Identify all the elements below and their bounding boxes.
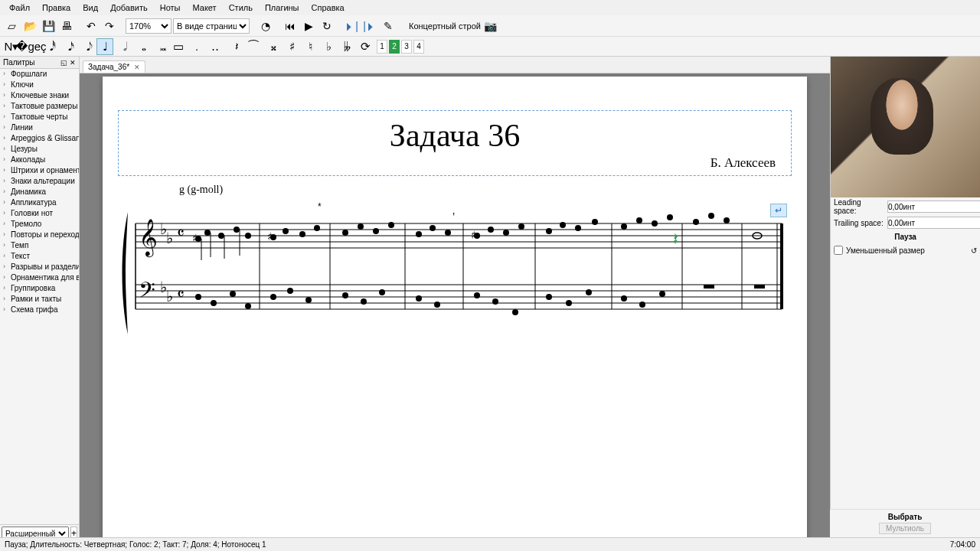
svg-point-80 (434, 302, 440, 308)
menu-notes[interactable]: Ноты (154, 2, 187, 14)
loop-end-icon[interactable]: |⏵ (361, 18, 378, 34)
palette-item[interactable]: Знаки альтерации (0, 176, 79, 187)
score-viewport[interactable]: Задача 36 Б. Алексеев g (g-moll) (80, 73, 830, 542)
palette-item[interactable]: Линии (0, 122, 79, 133)
key-text[interactable]: g (g-moll) (179, 184, 792, 196)
close-tab-icon[interactable]: ✕ (134, 64, 140, 71)
title-frame[interactable]: Задача 36 Б. Алексеев (118, 110, 792, 176)
rewind-icon[interactable]: ⏮ (282, 18, 299, 34)
trailing-space-input[interactable] (887, 217, 980, 229)
svg-point-72 (245, 303, 251, 309)
palette-item[interactable]: Повторы и переходы (0, 230, 79, 240)
inspector-section-title: Пауза (831, 230, 980, 244)
palette-item[interactable]: Динамика (0, 187, 79, 197)
concert-pitch-label[interactable]: Концертный строй (409, 21, 481, 31)
tab-score[interactable]: Задача_36* ✕ (83, 60, 145, 73)
palette-item[interactable]: Тактовые размеры (0, 101, 79, 112)
score-title[interactable]: Задача 36 (134, 117, 776, 154)
sharp-icon[interactable]: ♯ (283, 38, 300, 55)
view-mode-select[interactable]: В виде страниц (173, 18, 250, 34)
palette-item[interactable]: Рамки и такты (0, 294, 79, 305)
undo-icon[interactable]: ↶ (83, 18, 100, 34)
duration-quarter-icon[interactable]: ♩ (96, 38, 113, 55)
palette-item[interactable]: Цезуры (0, 144, 79, 155)
palette-item[interactable]: Орнаментика для волынки (0, 272, 79, 283)
zoom-select[interactable]: 170% (126, 18, 172, 34)
reset-small-button[interactable]: ↺ (971, 246, 977, 255)
double-sharp-icon[interactable]: 𝄪 (265, 38, 282, 55)
svg-point-30 (204, 230, 211, 236)
voice-2-button[interactable]: 2 (389, 40, 400, 54)
leading-space-input[interactable] (887, 201, 980, 213)
svg-point-54 (636, 217, 642, 223)
palette-item[interactable]: Штрихи и орнаментика (0, 165, 79, 176)
redo-icon[interactable]: ↷ (101, 18, 118, 34)
close-panel-icon[interactable]: ✕ (70, 59, 76, 67)
duration-8th-icon[interactable]: 𝅘𝅥𝅮 (78, 38, 95, 55)
loop-start-icon[interactable]: ⏵| (343, 18, 360, 34)
palette-item[interactable]: Схема грифа (0, 305, 79, 315)
menu-add[interactable]: Добавить (104, 2, 154, 14)
menu-style[interactable]: Стиль (223, 2, 259, 14)
palette-item[interactable]: Группировка (0, 283, 79, 294)
svg-point-77 (361, 298, 367, 305)
note-input-icon[interactable]: ✎ (380, 18, 397, 34)
svg-point-41 (388, 222, 394, 228)
double-dot-icon[interactable]: ‥ (207, 38, 224, 55)
duration-64th-icon[interactable]: �geç (23, 38, 40, 55)
grand-staff[interactable]: 𝄞 𝄢 ♭ ♭ ♭ ♭ 𝄴 𝄴 (122, 201, 788, 338)
palette-item[interactable]: Ключи (0, 80, 79, 90)
svg-text:♭: ♭ (166, 288, 173, 305)
rest-icon[interactable]: 𝄽 (227, 38, 243, 55)
voice-1-button[interactable]: 1 (377, 40, 387, 54)
natural-icon[interactable]: ♮ (302, 38, 318, 55)
duration-16th-icon[interactable]: 𝅘𝅥𝅯 (60, 38, 77, 55)
palette-item[interactable]: Ключевые знаки (0, 90, 79, 101)
menu-help[interactable]: Справка (305, 2, 351, 14)
palette-item[interactable]: Аппликатура (0, 197, 79, 208)
menu-edit[interactable]: Правка (36, 2, 77, 14)
palette-item[interactable]: Тремоло (0, 219, 79, 230)
menu-plugins[interactable]: Плагины (259, 2, 305, 14)
small-size-checkbox[interactable] (834, 246, 843, 255)
palette-item[interactable]: Форшлаги (0, 69, 79, 80)
dot-icon[interactable]: . (188, 38, 205, 55)
camera-icon[interactable]: 📷 (482, 18, 499, 34)
palette-item[interactable]: Текст (0, 251, 79, 262)
svg-point-38 (342, 230, 348, 236)
system-break-icon[interactable]: ↵ (770, 204, 787, 217)
metronome-icon[interactable]: ◔ (257, 18, 274, 34)
menu-file[interactable]: Файл (3, 2, 36, 14)
tie-icon[interactable]: ⁀ (245, 38, 262, 55)
flat-icon[interactable]: ♭ (320, 38, 337, 55)
duration-half-icon[interactable]: 𝅗𝅥 (115, 38, 132, 55)
double-flat-icon[interactable]: 𝄫 (338, 38, 355, 55)
menu-view[interactable]: Вид (77, 2, 104, 14)
palette-item[interactable]: Тактовые черты (0, 112, 79, 122)
svg-point-84 (546, 294, 552, 300)
voice-4-button[interactable]: 4 (413, 40, 424, 54)
duration-longa-icon[interactable]: ▭ (170, 38, 187, 55)
open-file-icon[interactable]: 📂 (21, 18, 38, 34)
palette-item[interactable]: Разрывы и разделители (0, 262, 79, 272)
duration-32nd-icon[interactable]: 𝅘𝅥𝅰 (41, 38, 58, 55)
save-icon[interactable]: 💾 (40, 18, 57, 34)
svg-point-78 (379, 289, 385, 295)
play-icon[interactable]: ▶ (300, 18, 317, 34)
palette-item[interactable]: Головки нот (0, 208, 79, 219)
flip-icon[interactable]: ⟳ (357, 38, 374, 55)
composer-text[interactable]: Б. Алексеев (134, 155, 776, 171)
note-entry-toolbar: N▾ �geç 𝅘𝅥𝅰 𝅘𝅥𝅯 𝅘𝅥𝅮 ♩ 𝅗𝅥 𝅝 𝅜 ▭ . ‥ 𝄽 ⁀ 𝄪… (0, 37, 980, 57)
palette-item[interactable]: Темп (0, 240, 79, 251)
palette-item[interactable]: Arpeggios & Glissandos (0, 133, 79, 144)
new-file-icon[interactable]: ▱ (3, 18, 20, 34)
voice-3-button[interactable]: 3 (401, 40, 412, 54)
loop-icon[interactable]: ↻ (318, 18, 335, 34)
print-icon[interactable]: 🖶 (58, 18, 75, 34)
multi-button[interactable]: Мультиоль (879, 523, 931, 534)
palette-item[interactable]: Акколады (0, 155, 79, 165)
duration-whole-icon[interactable]: 𝅝 (133, 38, 150, 55)
duration-breve-icon[interactable]: 𝅜 (152, 38, 168, 55)
menu-layout[interactable]: Макет (187, 2, 223, 14)
undock-icon[interactable]: ◱ (60, 59, 67, 67)
